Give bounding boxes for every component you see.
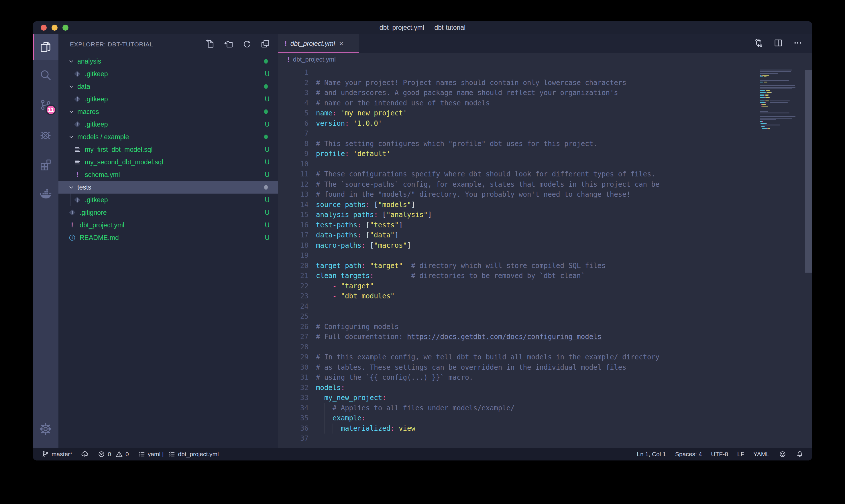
- status-sync-icon[interactable]: [81, 450, 89, 458]
- zoom-window-button[interactable]: [62, 25, 69, 31]
- tree-file-my-first-dbt-model-sql[interactable]: my_first_dbt_model.sqlU: [58, 143, 278, 156]
- status-0[interactable]: 0: [115, 450, 129, 458]
- tree-file-readme-md[interactable]: README.mdU: [58, 231, 278, 244]
- activity-docker-icon[interactable]: [33, 179, 58, 209]
- code-line-4[interactable]: 4# name or the intended use of these mod…: [278, 98, 812, 109]
- code-token: [316, 282, 332, 290]
- new-folder-icon[interactable]: [224, 39, 233, 50]
- code-line-17[interactable]: 17data-paths: ["data"]: [278, 230, 812, 240]
- collapse-all-icon[interactable]: [260, 39, 270, 50]
- main-area: 11 EXPLORER: DBT-TUTORIAL analysis.gitke…: [33, 34, 812, 448]
- breadcrumb-item[interactable]: dbt_project.yml: [293, 56, 336, 63]
- tree-file--gitignore[interactable]: .gitignoreU: [58, 206, 278, 219]
- minimap-line: [763, 76, 763, 77]
- code-line-19[interactable]: 19: [278, 251, 812, 261]
- status-spaces-4[interactable]: Spaces: 4: [675, 451, 702, 457]
- line-content: macro-paths: ["macros"]: [316, 240, 411, 251]
- tree-folder-analysis[interactable]: analysis: [58, 55, 278, 68]
- code-line-7[interactable]: 7: [278, 129, 812, 139]
- status-bar: master*00yaml |dbt_project.yml Ln 1, Col…: [33, 448, 812, 461]
- open-changes-icon[interactable]: [754, 38, 763, 49]
- code-line-3[interactable]: 3# and underscores. A good package name …: [278, 88, 812, 98]
- code-line-29[interactable]: 29# In this example config, we tell dbt …: [278, 352, 812, 362]
- code-line-30[interactable]: 30# as tables. These settings can be ove…: [278, 362, 812, 373]
- tree-folder-tests[interactable]: tests: [58, 181, 278, 194]
- code-line-25[interactable]: 25: [278, 311, 812, 322]
- status-yaml-[interactable]: yaml |: [138, 450, 164, 458]
- more-actions-icon[interactable]: [793, 38, 803, 49]
- minimize-window-button[interactable]: [52, 25, 58, 31]
- code-line-18[interactable]: 18macro-paths: ["macros"]: [278, 240, 812, 251]
- code-line-28[interactable]: 28: [278, 342, 812, 353]
- code-token: [365, 262, 370, 270]
- activity-search-icon[interactable]: [33, 60, 58, 90]
- code-line-24[interactable]: 24: [278, 302, 812, 312]
- activity-source-control-icon[interactable]: 11: [33, 90, 58, 120]
- status-bell-icon[interactable]: [796, 450, 804, 458]
- code-line-2[interactable]: 2# Name your project! Project names shou…: [278, 78, 812, 88]
- code-line-26[interactable]: 26# Configuring models: [278, 322, 812, 332]
- code-line-21[interactable]: 21clean-targets: # directories to be rem…: [278, 271, 812, 281]
- split-editor-icon[interactable]: [773, 38, 783, 49]
- code-line-36[interactable]: 36 materialized: view: [278, 424, 812, 434]
- code-line-22[interactable]: 22 - "target": [278, 281, 812, 291]
- new-file-icon[interactable]: [205, 39, 215, 50]
- tree-file--gitkeep[interactable]: .gitkeepU: [58, 118, 278, 130]
- tree-file-my-second-dbt-model-sql[interactable]: my_second_dbt_model.sqlU: [58, 156, 278, 168]
- code-line-20[interactable]: 20target-path: "target" # directory whic…: [278, 261, 812, 271]
- tree-file--gitkeep[interactable]: .gitkeepU: [58, 93, 278, 105]
- status-dbt-project-yml[interactable]: dbt_project.yml: [167, 450, 219, 458]
- code-line-12[interactable]: 12# The `source-paths` config, for examp…: [278, 180, 812, 190]
- code-line-37[interactable]: 37: [278, 434, 812, 444]
- activity-settings-gear-icon[interactable]: [33, 414, 58, 444]
- status-master-[interactable]: master*: [41, 450, 72, 458]
- title-bar[interactable]: dbt_project.yml — dbt-tutorial: [33, 21, 812, 34]
- code-line-1[interactable]: 1: [278, 68, 812, 78]
- status-utf-8[interactable]: UTF-8: [711, 451, 728, 457]
- code-line-33[interactable]: 33 my_new_project:: [278, 393, 812, 403]
- code-line-11[interactable]: 11# These configurations specify where d…: [278, 169, 812, 180]
- code-line-35[interactable]: 35 example:: [278, 413, 812, 424]
- code-line-5[interactable]: 5name: 'my_new_project': [278, 108, 812, 119]
- tree-file--gitkeep[interactable]: .gitkeepU: [58, 194, 278, 206]
- git-icon: [73, 196, 82, 204]
- activity-debug-icon[interactable]: [33, 120, 58, 149]
- code-line-15[interactable]: 15analysis-paths: ["analysis"]: [278, 210, 812, 220]
- code-line-27[interactable]: 27# Full documentation: https://docs.get…: [278, 332, 812, 342]
- documentation-link[interactable]: https://docs.getdbt.com/docs/configuring…: [407, 333, 601, 341]
- status-feedback-smiley-icon[interactable]: [778, 450, 787, 458]
- status-0[interactable]: 0: [97, 450, 111, 458]
- refresh-icon[interactable]: [242, 39, 252, 50]
- code-line-8[interactable]: 8# This setting configures which "profil…: [278, 139, 812, 149]
- status-yaml[interactable]: YAML: [753, 451, 769, 457]
- code-line-13[interactable]: 13# found in the "models/" directory. Yo…: [278, 190, 812, 200]
- tree-file--gitkeep[interactable]: .gitkeepU: [58, 68, 278, 80]
- tab-dbt-project-yml[interactable]: ! dbt_project.yml ×: [278, 34, 359, 53]
- activity-extensions-icon[interactable]: [33, 149, 58, 179]
- editor-scrollbar[interactable]: [805, 70, 812, 273]
- tree-file-schema-yml[interactable]: !schema.ymlU: [58, 168, 278, 181]
- code-line-9[interactable]: 9profile: 'default': [278, 149, 812, 159]
- code-line-16[interactable]: 16test-paths: ["tests"]: [278, 220, 812, 231]
- code-line-23[interactable]: 23 - "dbt_modules": [278, 291, 812, 302]
- code-line-10[interactable]: 10: [278, 159, 812, 169]
- code-line-32[interactable]: 32models:: [278, 383, 812, 393]
- code-editor[interactable]: 12# Name your project! Project names sho…: [278, 66, 812, 448]
- code-line-31[interactable]: 31# using the `{{ config(...) }}` macro.: [278, 373, 812, 383]
- close-tab-icon[interactable]: ×: [339, 39, 343, 48]
- tree-file-dbt-project-yml[interactable]: !dbt_project.ymlU: [58, 219, 278, 231]
- status-lf[interactable]: LF: [737, 451, 744, 457]
- tree-folder-data[interactable]: data: [58, 80, 278, 93]
- close-window-button[interactable]: [41, 25, 47, 31]
- status-ln-1-col-1[interactable]: Ln 1, Col 1: [637, 451, 666, 457]
- code-line-14[interactable]: 14source-paths: ["models"]: [278, 200, 812, 210]
- breadcrumb[interactable]: ! dbt_project.yml: [278, 53, 812, 66]
- code-token: [316, 425, 341, 432]
- tree-folder-macros[interactable]: macros: [58, 105, 278, 118]
- code-line-6[interactable]: 6version: '1.0.0': [278, 119, 812, 129]
- tree-folder-models-example[interactable]: models / example: [58, 130, 278, 143]
- git-icon: [73, 120, 82, 128]
- activity-files-icon[interactable]: [33, 34, 58, 60]
- code-line-34[interactable]: 34 # Applies to all files under models/e…: [278, 403, 812, 414]
- indent-guide: [332, 424, 333, 434]
